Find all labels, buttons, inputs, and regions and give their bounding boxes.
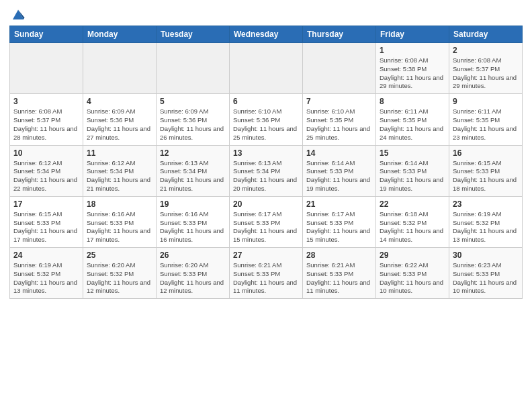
calendar-cell: 9Sunrise: 6:11 AMSunset: 5:35 PMDaylight… (449, 94, 523, 145)
day-info: Sunrise: 6:10 AMSunset: 5:36 PMDaylight:… (233, 107, 299, 142)
calendar-cell: 4Sunrise: 6:09 AMSunset: 5:36 PMDaylight… (83, 94, 157, 145)
calendar-cell: 19Sunrise: 6:16 AMSunset: 5:33 PMDayligh… (157, 196, 230, 247)
calendar-week-row: 24Sunrise: 6:19 AMSunset: 5:32 PMDayligh… (10, 248, 523, 299)
day-info: Sunrise: 6:13 AMSunset: 5:34 PMDaylight:… (233, 159, 299, 193)
calendar-cell: 6Sunrise: 6:10 AMSunset: 5:36 PMDaylight… (230, 94, 303, 145)
weekday-header: Wednesday (230, 26, 303, 43)
day-info: Sunrise: 6:19 AMSunset: 5:32 PMDaylight:… (453, 210, 519, 244)
weekday-header: Saturday (449, 26, 523, 43)
day-number: 17 (13, 199, 79, 209)
day-number: 21 (306, 199, 372, 209)
logo (9, 7, 26, 21)
calendar-cell (230, 43, 303, 94)
calendar-week-row: 3Sunrise: 6:08 AMSunset: 5:37 PMDaylight… (10, 94, 523, 145)
calendar-cell: 28Sunrise: 6:21 AMSunset: 5:33 PMDayligh… (303, 248, 376, 299)
calendar-cell: 16Sunrise: 6:15 AMSunset: 5:33 PMDayligh… (449, 145, 523, 196)
day-info: Sunrise: 6:23 AMSunset: 5:33 PMDaylight:… (453, 261, 519, 295)
day-info: Sunrise: 6:19 AMSunset: 5:32 PMDaylight:… (13, 261, 79, 295)
day-info: Sunrise: 6:13 AMSunset: 5:34 PMDaylight:… (160, 159, 226, 193)
calendar-cell: 29Sunrise: 6:22 AMSunset: 5:33 PMDayligh… (376, 248, 449, 299)
day-info: Sunrise: 6:11 AMSunset: 5:35 PMDaylight:… (380, 107, 445, 142)
day-info: Sunrise: 6:17 AMSunset: 5:33 PMDaylight:… (306, 210, 372, 244)
day-info: Sunrise: 6:21 AMSunset: 5:33 PMDaylight:… (306, 261, 372, 295)
day-info: Sunrise: 6:21 AMSunset: 5:33 PMDaylight:… (233, 261, 299, 295)
day-info: Sunrise: 6:20 AMSunset: 5:32 PMDaylight:… (87, 261, 152, 295)
calendar-cell: 14Sunrise: 6:14 AMSunset: 5:33 PMDayligh… (303, 145, 376, 196)
day-info: Sunrise: 6:16 AMSunset: 5:33 PMDaylight:… (160, 210, 226, 244)
day-info: Sunrise: 6:17 AMSunset: 5:33 PMDaylight:… (233, 210, 299, 244)
day-number: 27 (233, 250, 299, 260)
calendar-cell: 1Sunrise: 6:08 AMSunset: 5:38 PMDaylight… (376, 43, 449, 94)
weekday-header: Friday (376, 26, 449, 43)
day-info: Sunrise: 6:09 AMSunset: 5:36 PMDaylight:… (160, 107, 226, 142)
day-number: 13 (233, 148, 299, 158)
calendar-cell: 26Sunrise: 6:20 AMSunset: 5:33 PMDayligh… (157, 248, 230, 299)
day-number: 29 (380, 250, 445, 260)
header (9, 7, 523, 21)
day-number: 19 (160, 199, 226, 209)
weekday-header: Thursday (303, 26, 376, 43)
calendar-cell (303, 43, 376, 94)
calendar-cell: 17Sunrise: 6:15 AMSunset: 5:33 PMDayligh… (10, 196, 83, 247)
day-info: Sunrise: 6:12 AMSunset: 5:34 PMDaylight:… (87, 159, 152, 193)
calendar-cell (83, 43, 157, 94)
day-number: 10 (13, 148, 79, 158)
calendar-week-row: 10Sunrise: 6:12 AMSunset: 5:34 PMDayligh… (10, 145, 523, 196)
calendar-cell: 3Sunrise: 6:08 AMSunset: 5:37 PMDaylight… (10, 94, 83, 145)
day-number: 14 (306, 148, 372, 158)
calendar-cell: 18Sunrise: 6:16 AMSunset: 5:33 PMDayligh… (83, 196, 157, 247)
day-number: 22 (380, 199, 445, 209)
day-number: 6 (233, 97, 299, 106)
day-number: 8 (380, 97, 445, 106)
calendar-cell: 27Sunrise: 6:21 AMSunset: 5:33 PMDayligh… (230, 248, 303, 299)
calendar-cell (157, 43, 230, 94)
day-number: 7 (306, 97, 372, 106)
day-number: 4 (87, 97, 152, 106)
day-number: 2 (453, 46, 519, 55)
calendar-cell (10, 43, 83, 94)
calendar-cell: 7Sunrise: 6:10 AMSunset: 5:35 PMDaylight… (303, 94, 376, 145)
day-number: 16 (453, 148, 519, 158)
calendar-cell: 24Sunrise: 6:19 AMSunset: 5:32 PMDayligh… (10, 248, 83, 299)
calendar-cell: 10Sunrise: 6:12 AMSunset: 5:34 PMDayligh… (10, 145, 83, 196)
calendar-table: SundayMondayTuesdayWednesdayThursdayFrid… (9, 26, 523, 299)
day-info: Sunrise: 6:08 AMSunset: 5:38 PMDaylight:… (380, 56, 445, 91)
day-number: 12 (160, 148, 226, 158)
weekday-header: Monday (83, 26, 157, 43)
calendar-week-row: 17Sunrise: 6:15 AMSunset: 5:33 PMDayligh… (10, 196, 523, 247)
weekday-header: Tuesday (157, 26, 230, 43)
day-info: Sunrise: 6:16 AMSunset: 5:33 PMDaylight:… (87, 210, 152, 244)
day-number: 1 (380, 46, 445, 55)
day-info: Sunrise: 6:15 AMSunset: 5:33 PMDaylight:… (453, 159, 519, 193)
day-number: 18 (87, 199, 152, 209)
day-info: Sunrise: 6:14 AMSunset: 5:33 PMDaylight:… (380, 159, 445, 193)
logo-icon (11, 7, 26, 21)
calendar-cell: 30Sunrise: 6:23 AMSunset: 5:33 PMDayligh… (449, 248, 523, 299)
calendar-cell: 12Sunrise: 6:13 AMSunset: 5:34 PMDayligh… (157, 145, 230, 196)
calendar-header-row: SundayMondayTuesdayWednesdayThursdayFrid… (10, 26, 523, 43)
calendar-cell: 21Sunrise: 6:17 AMSunset: 5:33 PMDayligh… (303, 196, 376, 247)
page: SundayMondayTuesdayWednesdayThursdayFrid… (0, 0, 532, 308)
day-info: Sunrise: 6:12 AMSunset: 5:34 PMDaylight:… (13, 159, 79, 193)
day-number: 25 (87, 250, 152, 260)
day-info: Sunrise: 6:08 AMSunset: 5:37 PMDaylight:… (13, 107, 79, 142)
calendar-cell: 8Sunrise: 6:11 AMSunset: 5:35 PMDaylight… (376, 94, 449, 145)
calendar-week-row: 1Sunrise: 6:08 AMSunset: 5:38 PMDaylight… (10, 43, 523, 94)
day-info: Sunrise: 6:15 AMSunset: 5:33 PMDaylight:… (13, 210, 79, 244)
day-info: Sunrise: 6:20 AMSunset: 5:33 PMDaylight:… (160, 261, 226, 295)
day-number: 26 (160, 250, 226, 260)
day-number: 20 (233, 199, 299, 209)
day-number: 5 (160, 97, 226, 106)
calendar-cell: 23Sunrise: 6:19 AMSunset: 5:32 PMDayligh… (449, 196, 523, 247)
day-info: Sunrise: 6:08 AMSunset: 5:37 PMDaylight:… (453, 56, 519, 91)
day-number: 30 (453, 250, 519, 260)
day-info: Sunrise: 6:22 AMSunset: 5:33 PMDaylight:… (380, 261, 445, 295)
calendar-cell: 11Sunrise: 6:12 AMSunset: 5:34 PMDayligh… (83, 145, 157, 196)
day-number: 9 (453, 97, 519, 106)
day-number: 28 (306, 250, 372, 260)
day-info: Sunrise: 6:18 AMSunset: 5:32 PMDaylight:… (380, 210, 445, 244)
day-info: Sunrise: 6:14 AMSunset: 5:33 PMDaylight:… (306, 159, 372, 193)
calendar-cell: 13Sunrise: 6:13 AMSunset: 5:34 PMDayligh… (230, 145, 303, 196)
calendar-cell: 2Sunrise: 6:08 AMSunset: 5:37 PMDaylight… (449, 43, 523, 94)
day-info: Sunrise: 6:10 AMSunset: 5:35 PMDaylight:… (306, 107, 372, 142)
